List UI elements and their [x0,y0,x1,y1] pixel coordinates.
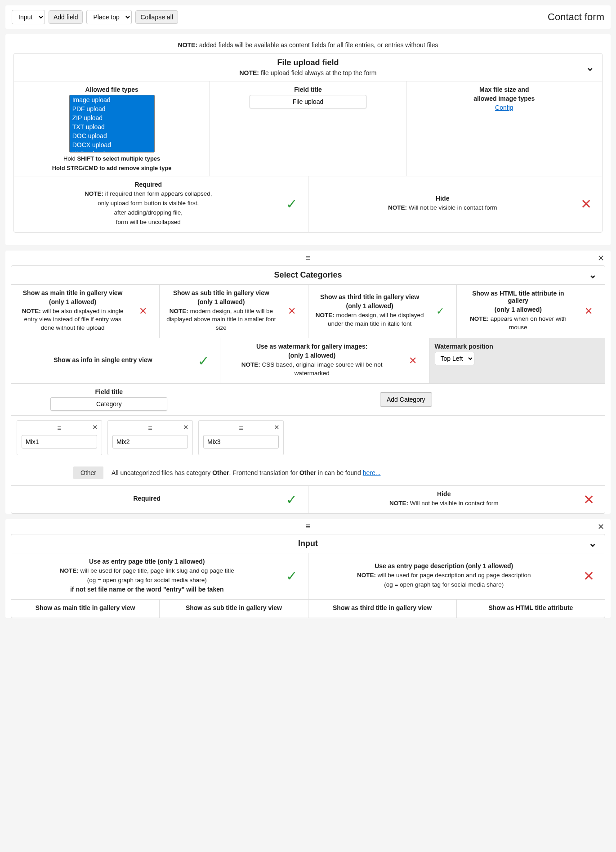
hide-note: NOTE: Will not be visible in contact for… [314,204,572,212]
cell-heading: Show as sub title in gallery view [186,604,282,611]
check-icon[interactable]: ✓ [429,305,451,317]
cross-icon[interactable]: ✕ [132,305,154,317]
hide-note: NOTE: Will not be visible in contact for… [314,499,575,508]
info-cell: Show as info in single entry view ✓ [11,338,220,383]
cell-subheading: (only 1 allowed) [462,306,574,313]
global-note: NOTE: added fields will be available as … [13,40,603,53]
close-icon[interactable]: ✕ [598,253,604,263]
drag-handle-icon[interactable]: ≡ [306,253,311,263]
config-link[interactable]: Config [495,104,513,111]
category-name-input[interactable] [203,435,279,448]
page-title: Contact form [548,11,604,23]
chevron-down-icon[interactable]: ⌄ [586,62,594,73]
other-link[interactable]: here... [363,469,381,476]
category-field-title-cell: Field title [11,384,207,415]
input-header: Input ⌄ [11,534,605,553]
max-label-2: allowed image types [412,95,597,102]
html-title-cell: Show as HTML title attribute [457,600,605,618]
cell-subheading: (only 1 allowed) [17,298,129,305]
category-item: ≡ ✕ [107,420,193,455]
check-icon[interactable]: ✓ [281,568,303,584]
hide-cell: Hide NOTE: Will not be visible in contac… [308,176,603,232]
category-field-title-input[interactable] [50,397,167,411]
chevron-down-icon[interactable]: ⌄ [589,538,597,549]
note-label: NOTE: [239,69,259,76]
chevron-down-icon[interactable]: ⌄ [589,269,597,281]
max-label-1: Max file size and [412,86,597,93]
third-title-cell: Show as third title in gallery view (onl… [308,285,457,338]
check-icon[interactable]: ✓ [281,196,303,212]
cell-note: NOTE: modern design, sub title will be d… [165,307,277,333]
input-panel: ≡ ✕ Input ⌄ Use as entry page title (onl… [5,519,611,618]
allowed-types-cell: Allowed file types Image upload PDF uplo… [14,81,210,176]
categories-block: Select Categories ⌄ Show as main title i… [11,265,605,514]
input-block: Input ⌄ Use as entry page title (only 1 … [11,534,605,618]
categories-panel: ≡ ✕ Select Categories ⌄ Show as main tit… [5,251,611,514]
input-title: Input [18,539,598,548]
cross-icon[interactable]: ✕ [575,196,597,212]
drag-bar: ≡ ✕ [5,251,611,265]
cell-note: (og = open graph tag for social media sh… [17,576,277,585]
watermark-position-select[interactable]: Top Left [435,352,474,365]
allowed-types-select[interactable]: Image upload PDF upload ZIP upload TXT u… [69,95,155,152]
other-tag: Other [73,466,103,479]
required-cell: Required NOTE: if required then form app… [14,176,308,232]
toolbar: Input Add field Place top Collapse all C… [5,5,611,29]
cell-heading: Show as info in single entry view [17,356,189,363]
cell-subheading: (only 1 allowed) [226,352,398,359]
close-icon[interactable]: ✕ [274,423,280,431]
hide-label: Hide [314,195,572,202]
drag-handle-icon[interactable]: ≡ [306,522,311,531]
add-field-button[interactable]: Add field [49,10,83,24]
category-boxes: ≡ ✕ ≡ ✕ ≡ ✕ [11,415,605,460]
cross-icon[interactable]: ✕ [578,492,599,507]
drag-handle-icon[interactable]: ≡ [22,424,97,432]
cell-heading: Watermark position [435,343,599,350]
close-icon[interactable]: ✕ [598,522,604,532]
category-name-input[interactable] [112,435,188,448]
field-title-input[interactable] [250,95,366,108]
collapse-all-button[interactable]: Collapse all [135,10,178,24]
field-title-label: Field title [215,86,400,93]
required-note: form will be uncollapsed [19,218,277,227]
cross-icon[interactable]: ✕ [281,305,303,317]
cell-note: NOTE: appears when on hover with mouse [462,315,574,332]
categories-title: Select Categories [18,270,598,280]
close-icon[interactable]: ✕ [183,423,189,431]
cell-heading: Use as entry page description (only 1 al… [314,562,575,569]
cross-icon[interactable]: ✕ [402,355,424,367]
drag-handle-icon[interactable]: ≡ [112,424,188,432]
cell-subheading: (only 1 allowed) [165,298,277,305]
allowed-types-label: Allowed file types [19,86,204,93]
cell-heading: Show as main title in gallery view [36,604,135,611]
shift-hint: Hold SHIFT to select multiple types [19,155,204,162]
place-select[interactable]: Place top [86,10,132,24]
check-icon[interactable]: ✓ [193,353,214,369]
cell-heading: Use as entry page title (only 1 allowed) [17,558,277,565]
add-category-button[interactable]: Add Category [380,392,432,407]
cell-note: NOTE: will be used for page title, page … [17,567,277,575]
cross-icon[interactable]: ✕ [578,305,599,317]
cross-icon[interactable]: ✕ [578,568,599,584]
main-title-cell: Show as main title in gallery view [11,600,160,618]
html-title-cell: Show as HTML title attribute in gallery … [457,285,605,338]
field-title-label: Field title [17,388,201,395]
page-desc-cell: Use as entry page description (only 1 al… [308,553,605,599]
file-upload-header: File upload field NOTE: file upload fiel… [14,54,602,81]
check-icon[interactable]: ✓ [281,492,303,507]
other-category-row: Other All uncategorized files has catego… [11,460,605,485]
cell-heading: Use as watermark for gallery images: [226,343,398,350]
field-title-cell: Field title [210,81,406,176]
max-file-cell: Max file size and allowed image types Co… [406,81,602,176]
drag-handle-icon[interactable]: ≡ [203,424,279,432]
cell-heading: Show as HTML title attribute in gallery [462,290,574,304]
category-name-input[interactable] [22,435,97,448]
note-text: added fields will be available as conten… [197,41,438,49]
required-note: NOTE: if required then form appears coll… [19,190,277,198]
categories-header: Select Categories ⌄ [11,266,605,284]
hide-label: Hide [314,490,575,498]
field-type-select[interactable]: Input [12,10,45,24]
close-icon[interactable]: ✕ [92,423,98,431]
required-label: Required [17,495,277,502]
category-item: ≡ ✕ [17,420,102,455]
